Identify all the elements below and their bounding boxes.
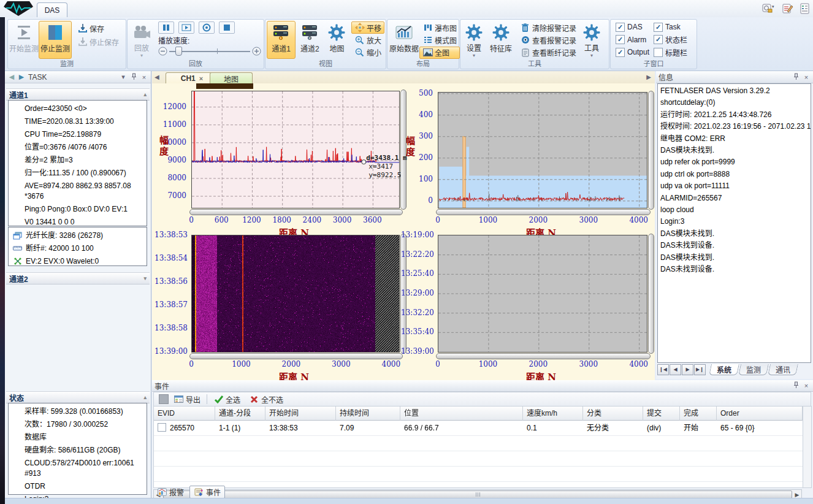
- save-button[interactable]: 保存: [74, 21, 122, 35]
- channel2-view-button[interactable]: 2 通道2: [296, 21, 324, 59]
- column-header-7[interactable]: 提交: [643, 407, 680, 421]
- play-frame-icon[interactable]: [178, 21, 194, 34]
- edit-icon[interactable]: [780, 2, 796, 16]
- notes-icon[interactable]: [797, 2, 813, 16]
- tools-button[interactable]: 工具 ▾: [579, 21, 604, 59]
- chart-horizontal-scrollbar[interactable]: [436, 209, 651, 215]
- events-vertical-scrollbar[interactable]: [803, 406, 812, 488]
- column-header-6[interactable]: 分类: [583, 407, 643, 421]
- info-tab-通讯[interactable]: 通讯: [768, 364, 798, 375]
- chart-plot-threshold-distance[interactable]: [438, 92, 647, 208]
- pin-icon[interactable]: [129, 73, 138, 82]
- close-icon[interactable]: ×: [802, 74, 811, 81]
- settings-button[interactable]: 设置 ▾: [462, 21, 486, 59]
- select-none-button[interactable]: 全不选: [246, 394, 286, 405]
- column-header-8[interactable]: 完成: [680, 407, 717, 421]
- speed-slider-thumb[interactable]: [175, 47, 182, 56]
- last-page-button[interactable]: ▶❙: [694, 364, 706, 375]
- tab-scroll-left-icon[interactable]: ◀: [155, 74, 159, 80]
- event-cell[interactable]: 265570: [154, 421, 215, 436]
- column-header-0[interactable]: EVID: [154, 407, 215, 421]
- feature-lib-button[interactable]: 特征库: [486, 21, 516, 59]
- column-header-1[interactable]: 通道-分段: [215, 407, 265, 421]
- close-icon[interactable]: ×: [140, 74, 148, 81]
- close-icon[interactable]: ×: [802, 382, 811, 389]
- subwindow-check-状态栏[interactable]: ✓状态栏: [654, 34, 697, 46]
- nav-back-icon[interactable]: ◀: [7, 73, 16, 81]
- event-cell[interactable]: 65 - 69 {0}: [717, 421, 803, 436]
- color-swatch-button[interactable]: [159, 394, 169, 404]
- row-checkbox[interactable]: [158, 423, 166, 432]
- pattern-layout-button[interactable]: 模式图: [419, 34, 460, 46]
- minus-circle-icon[interactable]: [158, 47, 167, 58]
- event-cell[interactable]: 开始: [680, 421, 717, 436]
- info-tab-系统[interactable]: 系统: [709, 364, 739, 375]
- chart-plot-event-history[interactable]: [438, 235, 647, 353]
- tab-close-icon[interactable]: ×: [199, 75, 203, 82]
- chart-horizontal-scrollbar[interactable]: [436, 353, 651, 359]
- event-cell[interactable]: 13:38:53: [265, 421, 336, 436]
- event-cell[interactable]: 1-1 (1): [215, 421, 265, 436]
- column-header-5[interactable]: 速度km/h: [523, 407, 583, 421]
- dropdown-icon[interactable]: ▾: [119, 73, 128, 81]
- stop-save-button[interactable]: 停止保存: [74, 35, 122, 48]
- prev-page-button[interactable]: ◀: [670, 364, 681, 375]
- channel1-section-header[interactable]: 通道1 ▴: [6, 88, 150, 101]
- pan-button[interactable]: 平移: [351, 21, 384, 34]
- subwindow-check-标题栏[interactable]: 标题栏: [654, 46, 697, 58]
- bottom-tab-事件[interactable]: 事件: [189, 486, 225, 498]
- view-break-button[interactable]: 查看断纤记录: [517, 47, 579, 59]
- chart-plot-amplitude-distance[interactable]: [191, 91, 400, 208]
- channel2-section-header[interactable]: 通道2 ▾: [6, 272, 150, 284]
- event-cell[interactable]: 0.1: [523, 421, 583, 436]
- ribbon-tab-das[interactable]: DAS: [37, 2, 67, 18]
- chart-vertical-scrollbar[interactable]: [648, 91, 654, 210]
- channel1-view-button[interactable]: 1 通道1: [267, 21, 296, 59]
- map-view-button[interactable]: 地图: [324, 21, 349, 59]
- view-alarm-button[interactable]: 查看报警记录: [517, 34, 579, 46]
- chart-horizontal-scrollbar[interactable]: [189, 209, 403, 215]
- stop-monitor-button[interactable]: 停止监测: [39, 21, 72, 59]
- record-icon[interactable]: [199, 21, 215, 34]
- bottom-tab-报警[interactable]: 报警: [153, 486, 188, 498]
- pin-icon[interactable]: [792, 381, 800, 390]
- chart-plot-waterfall[interactable]: [191, 235, 400, 353]
- column-header-2[interactable]: 开始时间: [265, 407, 336, 421]
- status-section-header[interactable]: 状态 ▴: [6, 391, 150, 403]
- subwindow-check-Alarm[interactable]: ✓Alarm: [616, 34, 654, 46]
- plus-circle-icon[interactable]: [252, 47, 261, 58]
- event-cell[interactable]: (div): [643, 421, 680, 436]
- select-all-button[interactable]: 全选: [211, 394, 243, 405]
- full-layout-button[interactable]: 全图: [419, 47, 460, 59]
- info-tab-监测[interactable]: 监测: [738, 364, 769, 375]
- playback-button[interactable]: 回放 ▾: [129, 21, 155, 59]
- nav-forward-icon[interactable]: ▶: [17, 73, 26, 81]
- tab-scroll-right-icon[interactable]: ▶: [646, 74, 651, 80]
- waterfall-layout-button[interactable]: 瀑布图: [419, 21, 460, 34]
- zoom-out-button[interactable]: 缩小: [351, 47, 384, 59]
- chart-vertical-scrollbar[interactable]: [648, 234, 654, 354]
- scroll-right-icon[interactable]: ▶: [793, 492, 801, 498]
- raw-data-button[interactable]: 原始数据: [389, 21, 419, 59]
- event-cell[interactable]: 无分类: [583, 421, 643, 436]
- next-page-button[interactable]: ▶: [682, 364, 693, 375]
- column-header-4[interactable]: 位置: [400, 407, 523, 421]
- pause-icon[interactable]: [158, 21, 174, 34]
- pin-icon[interactable]: [792, 73, 800, 82]
- chart-horizontal-scrollbar[interactable]: [189, 353, 403, 359]
- export-image-icon[interactable]: ▾: [760, 2, 776, 16]
- event-cell[interactable]: 7.09: [336, 421, 400, 436]
- column-header-9[interactable]: Order: [717, 407, 803, 421]
- subwindow-check-DAS[interactable]: ✓DAS: [616, 21, 654, 33]
- export-button[interactable]: 导出: [171, 394, 203, 405]
- start-monitor-button[interactable]: 开始监测: [9, 21, 39, 59]
- event-cell[interactable]: 66.9 / 66.7: [400, 421, 523, 436]
- subwindow-check-Task[interactable]: ✓Task: [654, 21, 697, 33]
- subwindow-check-Output[interactable]: ✓Output: [616, 46, 654, 58]
- zoom-in-button[interactable]: 放大: [351, 34, 384, 46]
- column-header-3[interactable]: 持续时间: [336, 407, 400, 421]
- tab-map[interactable]: 地图: [210, 72, 253, 84]
- clear-alarm-button[interactable]: 清除报警记录: [517, 21, 579, 34]
- first-page-button[interactable]: ❙◀: [657, 364, 669, 375]
- stop-square-icon[interactable]: [219, 21, 235, 34]
